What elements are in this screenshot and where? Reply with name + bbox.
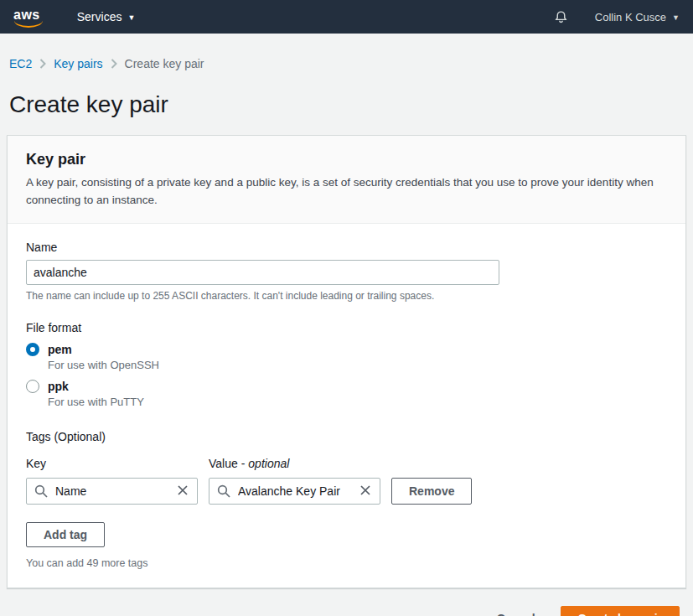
ppk-radio[interactable]: ppk: [26, 380, 667, 393]
form-actions: Cancel Create key pair: [0, 588, 693, 616]
clear-key-icon[interactable]: [174, 484, 191, 500]
tag-key-input[interactable]: [27, 484, 197, 498]
page-title: Create key pair: [0, 70, 693, 135]
key-pair-panel: Key pair A key pair, consisting of a pri…: [7, 135, 686, 588]
cancel-button[interactable]: Cancel: [497, 612, 535, 616]
top-navigation-bar: aws Services ▼ Collin K Cusce ▼: [0, 0, 693, 34]
tag-column-labels: Key Value -optional: [26, 457, 667, 470]
ppk-radio-description: For use with PuTTY: [48, 396, 667, 408]
breadcrumb-separator-icon: [39, 59, 46, 69]
tag-row: Remove: [26, 478, 667, 505]
panel-title: Key pair: [26, 151, 667, 168]
services-menu[interactable]: Services ▼: [77, 10, 136, 23]
services-menu-label: Services: [77, 10, 122, 23]
file-format-label: File format: [26, 321, 667, 334]
tag-key-label: Key: [26, 457, 209, 470]
radio-option-pem: pem For use with OpenSSH: [26, 343, 667, 371]
user-name: Collin K Cusce: [595, 11, 666, 23]
breadcrumb-separator-icon: [111, 59, 117, 69]
create-key-pair-button[interactable]: Create key pair: [561, 606, 680, 616]
user-account-menu[interactable]: Collin K Cusce ▼: [595, 11, 680, 23]
chevron-down-icon: ▼: [672, 14, 680, 22]
panel-description: A key pair, consisting of a private key …: [26, 174, 667, 210]
search-icon: [34, 484, 48, 498]
add-tag-button[interactable]: Add tag: [26, 522, 105, 547]
remove-tag-button[interactable]: Remove: [391, 478, 472, 505]
radio-button-icon[interactable]: [26, 380, 39, 393]
search-icon: [217, 484, 230, 498]
tags-remaining-helper: You can add 49 more tags: [26, 557, 667, 569]
tag-value-input[interactable]: [209, 484, 380, 498]
radio-button-icon[interactable]: [26, 343, 39, 356]
ppk-radio-label: ppk: [48, 380, 69, 393]
panel-body: Name The name can include up to 255 ASCI…: [8, 224, 685, 588]
clear-value-icon[interactable]: [357, 484, 374, 500]
panel-header: Key pair A key pair, consisting of a pri…: [8, 136, 685, 224]
pem-radio-label: pem: [48, 343, 72, 356]
breadcrumb-current: Create key pair: [125, 57, 204, 70]
name-field-helper: The name can include up to 255 ASCII cha…: [26, 290, 667, 302]
aws-logo[interactable]: aws: [13, 8, 40, 22]
breadcrumb-link-ec2[interactable]: EC2: [9, 57, 32, 70]
radio-option-ppk: ppk For use with PuTTY: [26, 380, 667, 408]
tag-value-label: Value -optional: [209, 457, 289, 470]
notifications-bell-icon[interactable]: [554, 10, 568, 24]
pem-radio[interactable]: pem: [26, 343, 667, 356]
tag-key-input-wrap: [26, 478, 198, 505]
pem-radio-description: For use with OpenSSH: [48, 359, 667, 371]
breadcrumb-link-key-pairs[interactable]: Key pairs: [54, 57, 102, 70]
breadcrumb: EC2 Key pairs Create key pair: [0, 34, 693, 70]
key-pair-name-input[interactable]: [26, 260, 499, 285]
tag-value-input-wrap: [209, 478, 380, 505]
name-field-label: Name: [26, 241, 667, 254]
tags-section-label: Tags (Optional): [26, 430, 667, 443]
chevron-down-icon: ▼: [127, 14, 135, 22]
